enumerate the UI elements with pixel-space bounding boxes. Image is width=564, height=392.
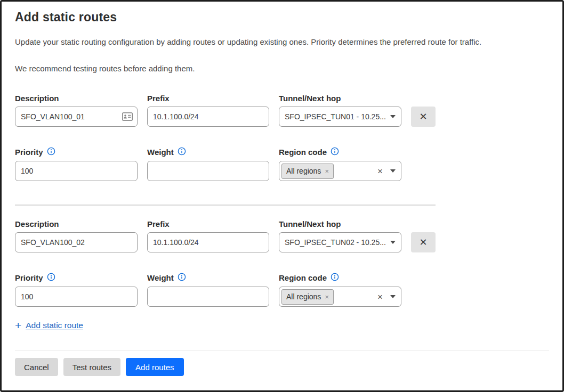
- description-field: Description: [15, 219, 138, 252]
- region-code-label: Region code: [279, 273, 327, 282]
- remove-route-button[interactable]: ✕: [411, 107, 436, 127]
- tunnel-select-value: SFO_IPSEC_TUN02 - 10.25...: [285, 238, 386, 247]
- dialog-intro-text: Update your static routing configuration…: [15, 37, 549, 47]
- info-icon[interactable]: [331, 273, 339, 283]
- remove-route-button[interactable]: ✕: [411, 232, 436, 252]
- add-static-route-row: + Add static route: [15, 320, 549, 331]
- add-static-routes-dialog: Add static routes Update your static rou…: [0, 0, 564, 392]
- prefix-input[interactable]: [147, 107, 269, 127]
- add-static-route-link[interactable]: Add static route: [26, 321, 83, 330]
- clear-selection-icon[interactable]: ×: [377, 292, 383, 301]
- info-icon[interactable]: [331, 147, 339, 157]
- priority-field: Priority: [15, 147, 138, 181]
- weight-field: Weight: [147, 147, 269, 181]
- prefix-input[interactable]: [147, 232, 269, 252]
- prefix-field: Prefix: [147, 94, 269, 127]
- footer-actions: Cancel Test routes Add routes: [15, 358, 549, 376]
- tunnel-field: Tunnel/Next hop SFO_IPSEC_TUN01 - 10.25.…: [279, 94, 401, 127]
- plus-icon: +: [15, 320, 21, 331]
- prefix-label: Prefix: [147, 94, 170, 103]
- description-label: Description: [15, 219, 59, 228]
- weight-input[interactable]: [147, 161, 269, 181]
- close-icon: ✕: [419, 238, 427, 247]
- priority-input[interactable]: [15, 287, 138, 307]
- weight-field: Weight: [147, 273, 269, 307]
- close-icon: ✕: [419, 112, 427, 121]
- chip-remove-icon[interactable]: ×: [325, 293, 329, 300]
- contact-card-icon[interactable]: [122, 112, 133, 121]
- info-icon[interactable]: [47, 273, 55, 283]
- description-input[interactable]: [15, 107, 138, 127]
- tunnel-select-value: SFO_IPSEC_TUN01 - 10.25...: [285, 112, 386, 121]
- priority-label: Priority: [15, 148, 43, 157]
- region-select[interactable]: All regions × ×: [279, 287, 401, 307]
- tunnel-select[interactable]: SFO_IPSEC_TUN02 - 10.25...: [279, 232, 401, 252]
- description-label: Description: [15, 94, 59, 103]
- region-select[interactable]: All regions × ×: [279, 161, 401, 181]
- info-icon[interactable]: [178, 273, 186, 283]
- description-input-shell: [15, 107, 138, 127]
- description-input[interactable]: [15, 232, 138, 252]
- chevron-down-icon: [390, 295, 396, 298]
- info-icon[interactable]: [47, 147, 55, 157]
- chip-remove-icon[interactable]: ×: [325, 168, 329, 175]
- route-group-1: Description: [15, 94, 549, 181]
- weight-input[interactable]: [147, 287, 269, 307]
- tunnel-select[interactable]: SFO_IPSEC_TUN01 - 10.25...: [279, 107, 401, 127]
- dialog-recommendation-text: We recommend testing routes before addin…: [15, 63, 549, 74]
- priority-label: Priority: [15, 273, 43, 282]
- cancel-button[interactable]: Cancel: [15, 358, 58, 376]
- region-chip-label: All regions: [286, 167, 321, 175]
- chevron-down-icon: [390, 115, 396, 118]
- region-code-field: Region code All regions × ×: [279, 273, 401, 307]
- chevron-down-icon: [390, 169, 396, 173]
- tunnel-next-hop-label: Tunnel/Next hop: [279, 94, 341, 103]
- weight-label: Weight: [147, 273, 174, 282]
- route-group-2: Description Prefix Tunnel/Next hop SFO_I…: [15, 219, 549, 307]
- tunnel-next-hop-label: Tunnel/Next hop: [279, 219, 341, 228]
- add-routes-button[interactable]: Add routes: [126, 358, 184, 376]
- test-routes-button[interactable]: Test routes: [63, 358, 120, 376]
- clear-selection-icon[interactable]: ×: [377, 167, 383, 176]
- priority-field: Priority: [15, 273, 138, 307]
- page-title: Add static routes: [15, 9, 549, 26]
- tunnel-field: Tunnel/Next hop SFO_IPSEC_TUN02 - 10.25.…: [279, 219, 401, 252]
- footer-divider: [15, 350, 549, 350]
- prefix-field: Prefix: [147, 219, 269, 252]
- region-code-field: Region code All regions × ×: [279, 147, 401, 181]
- info-icon[interactable]: [178, 147, 186, 157]
- region-code-label: Region code: [279, 148, 327, 157]
- route-group-divider: [15, 205, 436, 206]
- chevron-down-icon: [390, 241, 396, 244]
- region-chip-label: All regions: [286, 292, 321, 301]
- description-field: Description: [15, 94, 138, 127]
- region-chip: All regions ×: [281, 164, 334, 179]
- priority-input[interactable]: [15, 161, 138, 181]
- prefix-label: Prefix: [147, 219, 170, 228]
- region-chip: All regions ×: [281, 289, 334, 305]
- weight-label: Weight: [147, 148, 174, 157]
